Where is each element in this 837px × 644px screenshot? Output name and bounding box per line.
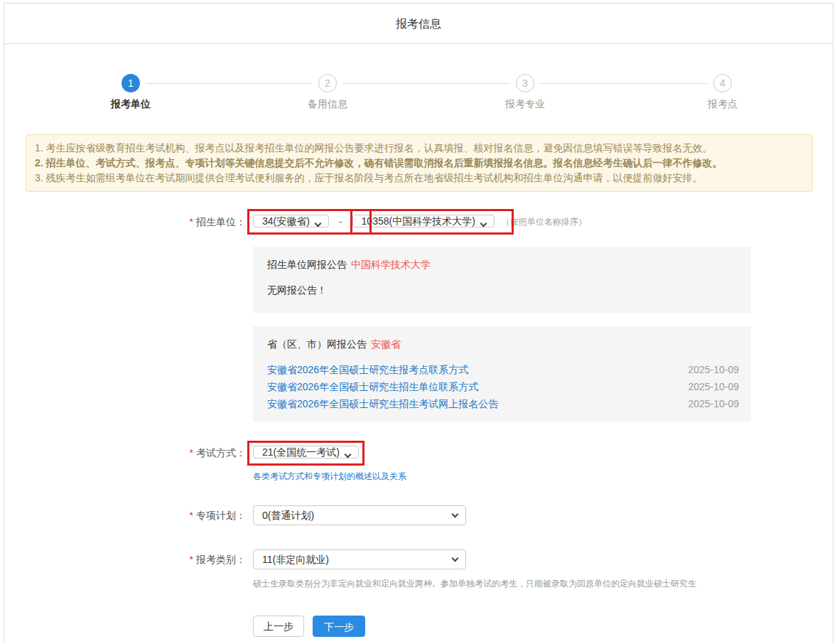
unit-select[interactable]: 10358(中国科学技术大学) <box>352 215 495 227</box>
register-category-select[interactable]: 11(非定向就业) <box>253 549 466 569</box>
exam-method-label: *考试方式： <box>4 443 246 463</box>
unit-notice-title: 招生单位网报公告中国科学技术大学 <box>267 259 739 272</box>
required-asterisk: * <box>190 554 193 565</box>
announcement-date-1: 2025-10-09 <box>688 361 739 378</box>
announcement-link-3[interactable]: 安徽省2026年全国硕士研究生招生考试网上报名公告 <box>267 395 498 412</box>
announcement-link-1[interactable]: 安徽省2026年全国硕士研究生报考点联系方式 <box>267 361 468 378</box>
form-row-register-category: *报考类别： 11(非定向就业) <box>4 549 833 569</box>
announcement-date-2: 2025-10-09 <box>688 378 739 395</box>
announcement-link-2[interactable]: 安徽省2026年全国硕士研究生招生单位联系方式 <box>267 378 478 395</box>
form-row-exam-method: *考试方式： 21(全国统一考试) <box>4 443 833 463</box>
step-connector <box>146 83 313 84</box>
unit-notice-body: 无网报公告！ <box>267 284 739 297</box>
step-connector <box>540 83 708 84</box>
exam-method-select[interactable]: 21(全国统一考试) <box>253 446 359 458</box>
page-container: 报考信息 1 2 3 4 报考单位 备用信息 报考专业 报考点 1. 考生应按省… <box>4 3 833 643</box>
chevron-down-icon <box>344 451 351 458</box>
admission-unit-label: *招生单位： <box>4 212 246 232</box>
notice-line-2: 2. 招生单位、考试方式、报考点、专项计划等关键信息提交后不允许修改，确有错误需… <box>35 156 804 171</box>
unit-select-value: 10358(中国科学技术大学) <box>362 215 475 227</box>
step-label-3: 报考专业 <box>468 98 582 111</box>
province-notice-highlight: 安徽省 <box>371 338 401 350</box>
previous-step-button[interactable]: 上一步 <box>253 616 304 637</box>
step-label-2: 备用信息 <box>271 98 384 111</box>
announcement-row: 安徽省2026年全国硕士研究生报考点联系方式 2025-10-09 <box>267 361 739 378</box>
step-circle-4: 4 <box>713 74 732 92</box>
chevron-down-icon <box>480 220 487 227</box>
unit-notice-box: 招生单位网报公告中国科学技术大学 无网报公告！ <box>253 247 751 313</box>
announcement-row: 安徽省2026年全国硕士研究生招生单位联系方式 2025-10-09 <box>267 378 739 395</box>
province-notice-title: 省（区、市）网报公告安徽省 <box>267 338 739 351</box>
special-plan-label: *专项计划： <box>4 505 246 525</box>
required-asterisk: * <box>190 510 193 521</box>
announcement-date-3: 2025-10-09 <box>688 395 739 412</box>
province-select[interactable]: 34(安徽省) <box>253 215 329 227</box>
special-plan-select-value: 0(普通计划) <box>262 510 314 521</box>
step-circle-1: 1 <box>122 74 140 92</box>
stepper: 1 2 3 4 报考单位 备用信息 报考专业 报考点 <box>4 44 833 109</box>
next-step-button[interactable]: 下一步 <box>313 616 365 637</box>
announcement-row: 安徽省2026年全国硕士研究生招生考试网上报名公告 2025-10-09 <box>267 395 739 412</box>
province-notice-box: 省（区、市）网报公告安徽省 安徽省2026年全国硕士研究生报考点联系方式 202… <box>253 326 751 422</box>
notice-line-3: 3. 残疾考生如需组考单位在考试期间提供合理考试便利服务的，应于报名阶段与考点所… <box>35 171 804 186</box>
unit-notice-highlight: 中国科学技术大学 <box>351 259 431 270</box>
step-circle-2: 2 <box>318 74 337 92</box>
notice-line-1: 1. 考生应按省级教育招生考试机构、报考点以及报考招生单位的网报公告要求进行报名… <box>35 141 804 156</box>
unit-sort-hint: （按照单位名称排序） <box>502 212 587 232</box>
register-category-note: 硕士生录取类别分为非定向就业和定向就业两种。参加单独考试的考生，只能被录取为回原… <box>253 578 833 590</box>
page-title: 报考信息 <box>4 4 833 44</box>
special-plan-select[interactable]: 0(普通计划) <box>253 505 466 525</box>
form-row-special-plan: *专项计划： 0(普通计划) <box>4 505 833 525</box>
action-buttons: 上一步 下一步 <box>253 616 833 637</box>
register-category-select-value: 11(非定向就业) <box>262 554 329 565</box>
page-header: 报考信息 <box>4 4 833 44</box>
required-asterisk: * <box>190 447 193 458</box>
required-asterisk: * <box>190 216 193 227</box>
exam-method-select-value: 21(全国统一考试) <box>262 446 340 458</box>
province-select-value: 34(安徽省) <box>262 215 310 227</box>
step-connector <box>342 83 510 84</box>
chevron-down-icon <box>452 555 459 562</box>
chevron-down-icon <box>314 220 321 227</box>
step-label-1: 报考单位 <box>74 98 188 111</box>
exam-method-info-link[interactable]: 各类考试方式和专项计划的概述以及关系 <box>253 471 406 483</box>
register-category-label: *报考类别： <box>4 549 246 569</box>
notice-box: 1. 考生应按省级教育招生考试机构、报考点以及报考招生单位的网报公告要求进行报名… <box>26 134 813 192</box>
step-label-4: 报考点 <box>666 98 779 111</box>
step-circle-3: 3 <box>516 74 534 92</box>
select-separator: - <box>339 212 342 232</box>
form-row-admission-unit: *招生单位： 34(安徽省) - 10358(中国科学技术大学) （按照单位名称… <box>4 212 833 232</box>
chevron-down-icon <box>452 511 459 518</box>
